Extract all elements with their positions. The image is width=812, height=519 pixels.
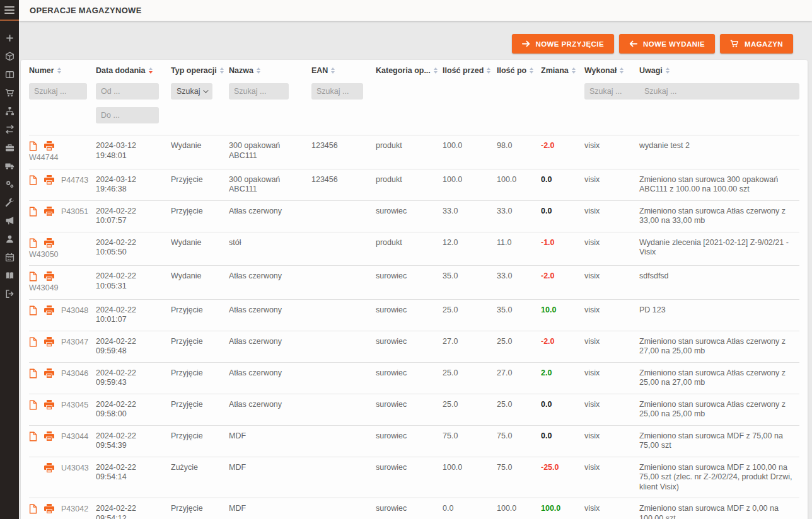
notes-cell: Zmieniono stan surowca Atłas czerwony z … xyxy=(639,363,799,394)
filter-wykonal-input[interactable] xyxy=(584,83,644,100)
filter-numer-input[interactable] xyxy=(29,83,87,100)
table-row[interactable]: P43048 2024-02-2210:01:07 Przyjęcie Atła… xyxy=(29,299,799,331)
document-icon[interactable] xyxy=(29,271,37,282)
columns-icon[interactable] xyxy=(5,70,14,79)
column-header-typ-operacji[interactable]: Typ operacji xyxy=(171,66,229,75)
table-row[interactable]: W43049 2024-02-2210:05:31 Wydanie Atłas … xyxy=(29,265,799,299)
user-cell: visix xyxy=(584,426,639,457)
user-icon[interactable] xyxy=(5,234,14,244)
arrow-right-icon xyxy=(522,40,530,47)
name-cell: Atłas czerwony xyxy=(229,331,311,362)
action-toolbar: NOWE PRZYJĘCIE NOWE WYDANIE MAGAZYN xyxy=(19,21,812,60)
column-header-zmiana[interactable]: Zmiana xyxy=(541,66,584,75)
transfer-arrows-icon[interactable] xyxy=(5,125,14,134)
table-row[interactable]: P43046 2024-02-2209:59:43 Przyjęcie Atła… xyxy=(29,362,799,394)
change-cell: 0.0 xyxy=(541,201,584,232)
print-icon[interactable] xyxy=(44,463,54,473)
plus-icon[interactable] xyxy=(5,33,14,43)
toolbox-icon[interactable] xyxy=(5,143,14,152)
column-header-ilosc-przed[interactable]: Ilość przed xyxy=(443,66,497,75)
print-icon[interactable] xyxy=(44,238,54,248)
cube-icon[interactable] xyxy=(5,52,14,61)
document-icon[interactable] xyxy=(29,141,37,151)
document-icon[interactable] xyxy=(29,431,37,442)
filter-date-to-input[interactable] xyxy=(96,107,159,123)
ean-cell xyxy=(311,457,376,498)
filter-row: Szukaj xyxy=(29,83,799,123)
sitemap-icon[interactable] xyxy=(5,106,14,116)
new-receipt-button[interactable]: NOWE PRZYJĘCIE xyxy=(512,34,614,54)
row-number-cell: P44743 xyxy=(29,169,96,200)
print-icon[interactable] xyxy=(44,504,54,514)
table-row[interactable]: P44743 2024-03-1219:46:38 Przyjęcie 300 … xyxy=(29,169,799,200)
column-header-nazwa[interactable]: Nazwa xyxy=(229,66,311,75)
column-header-ilosc-po[interactable]: Ilość po xyxy=(497,66,541,75)
qty-after-cell: 33.0 xyxy=(497,266,541,299)
calendar-icon[interactable] xyxy=(5,253,14,262)
print-icon[interactable] xyxy=(44,271,54,282)
hamburger-menu-icon[interactable] xyxy=(0,0,19,20)
cart-icon xyxy=(730,40,739,48)
table-row[interactable]: P43045 2024-02-2209:58:00 Przyjęcie Atła… xyxy=(29,394,799,425)
book-icon[interactable] xyxy=(5,271,14,280)
column-header-ean[interactable]: EAN xyxy=(311,66,376,75)
operation-number: P43042 xyxy=(61,505,88,515)
document-icon[interactable] xyxy=(29,337,37,347)
print-icon[interactable] xyxy=(44,337,54,347)
filter-uwagi-input[interactable] xyxy=(639,83,799,100)
row-number-cell: U43043 xyxy=(29,457,96,498)
notes-cell: Zmieniono stan surowca MDF z 0,00 na 100… xyxy=(639,498,799,519)
print-icon[interactable] xyxy=(44,431,54,442)
document-icon[interactable] xyxy=(29,400,37,410)
table-row[interactable]: P43044 2024-02-2209:54:39 Przyjęcie MDF … xyxy=(29,425,799,457)
gears-icon[interactable] xyxy=(5,180,14,189)
filter-date-from-input[interactable] xyxy=(96,83,159,100)
table-row[interactable]: U43043 2024-02-2209:54:14 Zużycie MDF su… xyxy=(29,457,799,498)
document-icon[interactable] xyxy=(29,368,37,379)
document-icon[interactable] xyxy=(29,238,37,248)
column-header-data-dodania[interactable]: Data dodania xyxy=(96,66,171,75)
column-header-numer[interactable]: Numer xyxy=(29,66,96,75)
print-icon[interactable] xyxy=(44,368,54,379)
operations-table-card: Numer Data dodania Typ operacji Nazwa EA… xyxy=(21,60,808,519)
new-issue-button[interactable]: NOWE WYDANIE xyxy=(619,34,715,54)
wrench-icon[interactable] xyxy=(5,198,14,207)
notes-cell: Zmieniono stan surowca 300 opakowań ABC1… xyxy=(639,169,799,200)
truck-icon[interactable] xyxy=(5,161,14,171)
print-icon[interactable] xyxy=(44,305,54,316)
column-header-kategoria[interactable]: Kategoria op... xyxy=(376,66,443,75)
qty-after-cell: 75.0 xyxy=(497,457,541,498)
sign-out-icon[interactable] xyxy=(5,289,14,299)
table-row[interactable]: P43051 2024-02-2210:07:57 Przyjęcie Atła… xyxy=(29,200,799,232)
column-header-uwagi[interactable]: Uwagi xyxy=(639,66,799,75)
document-icon[interactable] xyxy=(29,305,37,316)
column-header-wykonal[interactable]: Wykonał xyxy=(584,66,639,75)
warehouse-button[interactable]: MAGAZYN xyxy=(720,34,793,54)
print-icon[interactable] xyxy=(44,175,54,185)
table-row[interactable]: W43050 2024-02-2210:05:50 Wydanie stół p… xyxy=(29,232,799,266)
category-cell: produkt xyxy=(376,169,443,200)
print-icon[interactable] xyxy=(44,400,54,410)
name-cell: MDF xyxy=(229,457,311,498)
change-cell: -2.0 xyxy=(541,135,584,169)
operation-number: P43051 xyxy=(61,207,88,217)
print-icon[interactable] xyxy=(44,207,54,217)
document-icon[interactable] xyxy=(29,175,37,185)
document-icon[interactable] xyxy=(29,207,37,217)
table-row[interactable]: P43042 2024-02-2209:54:12 Przyjęcie MDF … xyxy=(29,498,799,519)
table-row[interactable]: W44744 2024-03-1219:48:01 Wydanie 300 op… xyxy=(29,135,799,169)
filter-nazwa-input[interactable] xyxy=(229,83,289,100)
name-cell: Atłas czerwony xyxy=(229,363,311,394)
user-cell: visix xyxy=(584,457,639,498)
operation-type-cell: Przyjęcie xyxy=(171,394,229,425)
cart-icon[interactable] xyxy=(5,88,14,98)
print-icon[interactable] xyxy=(44,141,54,151)
operation-number: P43044 xyxy=(61,432,88,442)
filter-ean-input[interactable] xyxy=(311,83,363,100)
document-icon[interactable] xyxy=(29,504,37,514)
table-row[interactable]: P43047 2024-02-2209:59:48 Przyjęcie Atła… xyxy=(29,331,799,362)
user-cell: visix xyxy=(584,201,639,232)
filter-typ-select[interactable]: Szukaj xyxy=(171,83,212,100)
megaphone-icon[interactable] xyxy=(5,216,14,225)
sort-icon xyxy=(487,67,490,74)
